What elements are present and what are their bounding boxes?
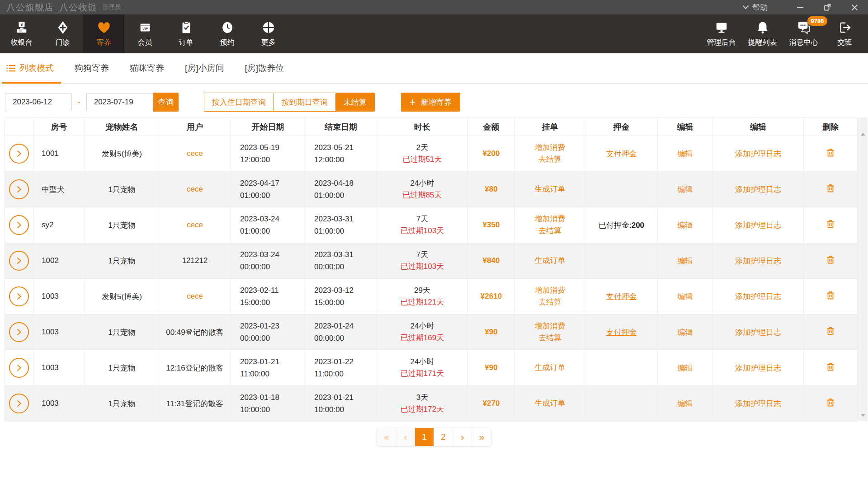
order-action-link[interactable]: 生成订单 — [515, 398, 585, 409]
expand-row-button[interactable] — [9, 251, 29, 271]
user-name-link[interactable]: 12:16登记的散客 — [166, 364, 224, 372]
user-name-link[interactable]: cece — [187, 292, 203, 300]
prev-page-button[interactable]: ‹ — [396, 428, 415, 446]
delete-button[interactable] — [825, 290, 836, 301]
add-care-log-link[interactable]: 添加护理日志 — [735, 399, 781, 408]
expand-row-button[interactable] — [9, 215, 29, 235]
pay-deposit-link[interactable]: 支付押金 — [606, 150, 637, 158]
pending-order-cell: 增加消费 去结算 — [515, 207, 585, 243]
edit-link[interactable]: 编辑 — [678, 364, 693, 372]
add-care-log-link[interactable]: 添加护理日志 — [735, 257, 781, 265]
order-action-link[interactable]: 增加消费 — [515, 285, 585, 296]
nav-item-message-center[interactable]: 9786 消息中心 — [783, 14, 824, 53]
nav-item-reminders[interactable]: 提醒列表 — [742, 14, 783, 53]
tab-list-mode[interactable]: 列表模式 — [6, 53, 54, 83]
nav-item-members[interactable]: VIP 会员 — [124, 14, 165, 53]
date-to-input[interactable] — [86, 93, 153, 111]
add-care-log-link[interactable]: 添加护理日志 — [735, 185, 781, 194]
order-action-link[interactable]: 生成订单 — [515, 362, 585, 374]
delete-button[interactable] — [825, 397, 836, 408]
order-action-link[interactable]: 增加消费 — [515, 142, 585, 154]
expand-row-button[interactable] — [9, 358, 29, 378]
nav-item-more[interactable]: 更多 — [248, 14, 289, 53]
scroll-up-arrow-icon[interactable] — [861, 133, 865, 136]
add-boarding-button[interactable]: + 新增寄养 — [401, 93, 460, 112]
add-care-log-link[interactable]: 添加护理日志 — [735, 150, 781, 158]
user-name-link[interactable]: 00:49登记的散客 — [166, 328, 224, 337]
pay-deposit-link[interactable]: 支付押金 — [606, 328, 637, 337]
expand-row-button[interactable] — [9, 144, 29, 164]
last-page-button[interactable]: » — [472, 428, 491, 446]
maximize-button[interactable] — [814, 0, 841, 14]
expand-row-button[interactable] — [9, 394, 29, 413]
nav-item-clinic[interactable]: 门诊 — [42, 14, 83, 53]
user-name-link[interactable]: cece — [187, 185, 203, 193]
unsettled-filter-button[interactable]: 未结算 — [336, 93, 374, 111]
user-name-link[interactable]: cece — [187, 149, 203, 158]
tab-cat-boarding[interactable]: 猫咪寄养 — [130, 53, 164, 83]
first-page-button[interactable]: « — [377, 428, 396, 446]
tab-small-room[interactable]: [房]小房间 — [185, 53, 224, 83]
nav-item-appointments[interactable]: 预约 — [207, 14, 248, 53]
delete-button[interactable] — [825, 361, 836, 372]
deposit-cell — [585, 386, 658, 422]
edit-link[interactable]: 编辑 — [678, 221, 693, 230]
delete-button[interactable] — [825, 326, 836, 337]
tab-dog-boarding[interactable]: 狗狗寄养 — [75, 53, 109, 83]
expand-row-button[interactable] — [9, 286, 29, 306]
nav-item-admin-backend[interactable]: 管理后台 — [701, 14, 742, 53]
user-name-link[interactable]: 11:31登记的散客 — [166, 399, 223, 408]
close-button[interactable] — [841, 0, 868, 14]
pay-deposit-link[interactable]: 支付押金 — [606, 292, 637, 301]
tab-label: [房]小房间 — [185, 62, 224, 74]
settle-action-link[interactable]: 去结算 — [515, 296, 585, 308]
query-by-due-button[interactable]: 按到期日查询 — [274, 93, 336, 111]
duration-cell: 7天 已过期103天 — [377, 207, 468, 243]
edit-link[interactable]: 编辑 — [678, 328, 693, 337]
page-button-1[interactable]: 1 — [415, 428, 434, 446]
edit-link[interactable]: 编辑 — [678, 292, 693, 301]
order-action-link[interactable]: 增加消费 — [515, 320, 585, 332]
delete-button[interactable] — [825, 183, 836, 194]
settle-action-link[interactable]: 去结算 — [515, 332, 585, 344]
user-name-link[interactable]: cece — [187, 221, 203, 229]
add-care-log-link[interactable]: 添加护理日志 — [735, 221, 781, 230]
settle-action-link[interactable]: 去结算 — [515, 225, 585, 237]
overdue-label: 已过期169天 — [377, 332, 467, 344]
nav-item-shift-change[interactable]: 交班 — [824, 14, 865, 53]
settle-action-link[interactable]: 去结算 — [515, 154, 585, 165]
scroll-down-arrow-icon[interactable] — [861, 414, 865, 417]
col-delete: 删除 — [804, 118, 858, 136]
nav-item-orders[interactable]: 订单 — [165, 14, 207, 53]
edit-link[interactable]: 编辑 — [678, 399, 693, 408]
add-care-log-link[interactable]: 添加护理日志 — [735, 292, 781, 301]
table-row: 1001 发财5(博美) cece 2023-05-19 12:00:00 20… — [5, 136, 858, 172]
next-page-button[interactable]: › — [453, 428, 472, 446]
add-boarding-label: 新增寄养 — [421, 97, 452, 108]
order-action-link[interactable]: 生成订单 — [515, 255, 585, 267]
expand-row-button[interactable] — [9, 179, 29, 199]
order-action-link[interactable]: 增加消费 — [515, 213, 585, 225]
page-button-2[interactable]: 2 — [434, 428, 453, 446]
add-care-log-link[interactable]: 添加护理日志 — [735, 364, 781, 372]
user-name-link[interactable]: 121212 — [182, 256, 208, 265]
tab-free-range[interactable]: [房]散养位 — [245, 53, 284, 83]
date-from-input[interactable] — [5, 93, 72, 111]
add-care-log-link[interactable]: 添加护理日志 — [735, 328, 781, 337]
delete-button[interactable] — [825, 254, 836, 265]
delete-button[interactable] — [825, 147, 836, 158]
search-button[interactable]: 查询 — [153, 93, 179, 112]
order-action-link[interactable]: 生成订单 — [515, 183, 585, 195]
edit-link[interactable]: 编辑 — [678, 185, 693, 194]
help-button[interactable]: 帮助 — [742, 2, 768, 13]
expand-row-button[interactable] — [9, 322, 29, 342]
query-by-checkin-button[interactable]: 按入住日期查询 — [204, 93, 274, 111]
minimize-button[interactable] — [787, 0, 814, 14]
vertical-scrollbar[interactable] — [858, 117, 868, 421]
vip-card-icon: VIP — [138, 20, 152, 35]
nav-item-cashier[interactable]: ¥ 收银台 — [1, 14, 42, 53]
edit-link[interactable]: 编辑 — [678, 150, 693, 158]
nav-item-boarding[interactable]: 寄养 — [83, 14, 124, 53]
delete-button[interactable] — [825, 219, 836, 230]
edit-link[interactable]: 编辑 — [678, 257, 693, 265]
